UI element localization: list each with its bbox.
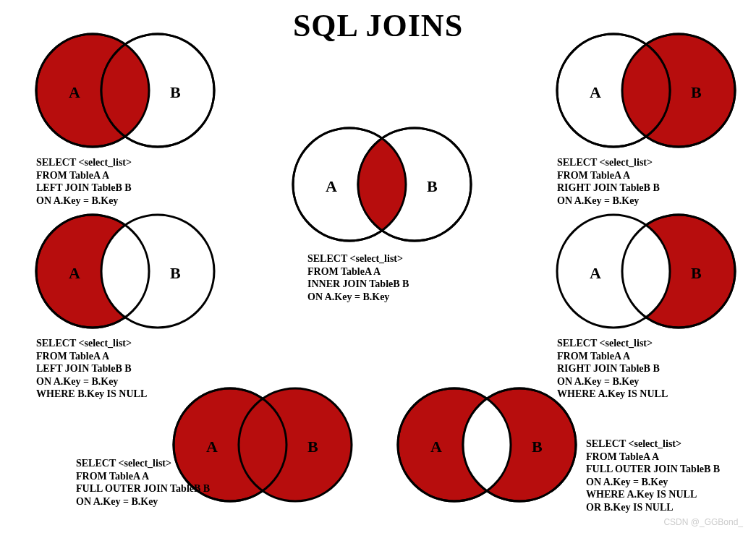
venn-left-join: A B [29, 29, 217, 152]
label-b: B [170, 83, 181, 101]
venn-right-join: A B [550, 29, 738, 152]
venn-left-excl-join: A B [29, 210, 217, 333]
label-b: B [170, 264, 181, 282]
sql-right-join: SELECT <select_list> FROM TableA A RIGHT… [557, 156, 738, 207]
watermark: CSDN @_GGBond_ [663, 517, 743, 527]
label-a: A [326, 177, 337, 195]
label-a: A [206, 438, 218, 456]
label-a: A [69, 83, 80, 101]
label-a: A [69, 264, 80, 282]
svg-point-22 [557, 215, 670, 328]
sql-full-excl-join: SELECT <select_list> FROM TableA A FULL … [586, 438, 720, 513]
svg-point-19 [101, 215, 214, 328]
venn-inner-join: A B [286, 123, 474, 246]
sql-left-join: SELECT <select_list> FROM TableA A LEFT … [36, 156, 217, 207]
venn-full-excl-join: A B [391, 383, 579, 506]
sql-right-excl-join: SELECT <select_list> FROM TableA A RIGHT… [557, 337, 738, 401]
label-b: B [307, 438, 318, 456]
label-b: B [691, 83, 702, 101]
label-b: B [427, 177, 438, 195]
label-b: B [691, 264, 702, 282]
sql-inner-join: SELECT <select_list> FROM TableA A INNER… [307, 252, 474, 303]
label-a: A [590, 83, 601, 101]
label-a: A [430, 438, 442, 456]
sql-full-join: SELECT <select_list> FROM TableA A FULL … [76, 457, 210, 508]
label-a: A [590, 264, 601, 282]
venn-right-excl-join: A B [550, 210, 738, 333]
svg-point-25 [239, 388, 352, 501]
label-b: B [532, 438, 543, 456]
